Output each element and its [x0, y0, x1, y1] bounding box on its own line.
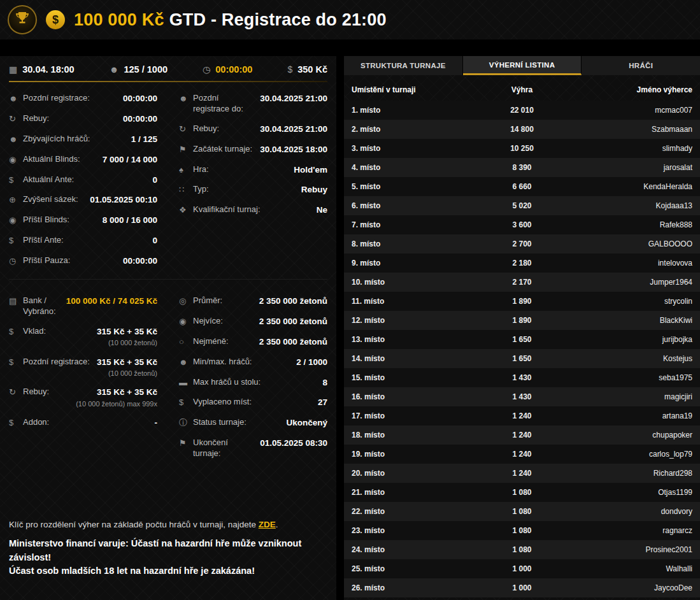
- blinds-icon: ◉: [9, 154, 23, 166]
- winner-amount: 1 890: [481, 297, 564, 306]
- stat-value: 00:00:00: [123, 255, 157, 267]
- stat-label: Ukončení turnaje:: [193, 438, 260, 459]
- winner-place: 14. místo: [352, 354, 481, 363]
- winner-row: 13. místo 1 650 jurijbojka: [344, 330, 700, 349]
- winners-table: 1. místo 22 010 mcmac007 2. místo 14 800…: [344, 101, 700, 597]
- winner-name: artana19: [564, 411, 693, 420]
- end-flag-icon: ⚑: [179, 438, 193, 449]
- site-logo[interactable]: [8, 5, 37, 34]
- info-value: 30.04. 18:00: [22, 64, 74, 75]
- winner-name: Richard298: [564, 469, 693, 478]
- stat-value: 00:00:00: [123, 93, 157, 104]
- stat-row: ☻ Pozdní registrace do: 30.04.2025 21:00: [179, 89, 327, 119]
- panel-footer: Klíč pro rozdělení výher na základě počt…: [9, 520, 327, 578]
- tab-hraci[interactable]: HRÁČI: [582, 56, 700, 75]
- rebuy-icon: ↻: [9, 387, 23, 398]
- winner-row: 25. místo 1 000 Walhalli: [344, 559, 700, 578]
- type-icon: ∷: [179, 184, 193, 196]
- stat-row: ⓘ Status turnaje: Ukončený: [179, 413, 327, 433]
- app-header: $ 100 000 KčGTD - Registrace do 21:00: [0, 0, 700, 39]
- tab-struktura-turnaje[interactable]: STRUKTURA TURNAJE: [344, 56, 463, 75]
- game-icon: ♠: [179, 164, 193, 176]
- players-icon: ☻: [9, 134, 23, 145]
- stat-note: (10 000 žetonů) max 999x: [76, 399, 157, 408]
- winner-amount: 14 800: [481, 125, 564, 134]
- winner-name: Rafek888: [564, 220, 693, 229]
- winner-amount: 6 660: [481, 182, 564, 191]
- winner-amount: 1 080: [481, 507, 564, 516]
- raise-icon: ⊕: [9, 194, 23, 206]
- winner-name: BlackKiwi: [564, 316, 693, 325]
- winner-name: jarosalat: [564, 163, 693, 172]
- winner-name: chupapoker: [564, 431, 693, 439]
- winner-row: 9. místo 2 180 intelovova: [344, 254, 700, 273]
- stat-row: ◉ Nejvíce: 2 350 000 žetonů: [179, 311, 327, 332]
- stat-value: 01.05.2025 00:10: [90, 194, 157, 206]
- tab-vyherni-listina[interactable]: VÝHERNÍ LISTINA: [463, 56, 582, 75]
- winner-amount: 1 650: [481, 335, 564, 344]
- stat-row: $ Vyplaceno míst: 27: [179, 392, 327, 413]
- winner-place: 26. místo: [352, 583, 481, 592]
- stat-row: ⚑ Ukončení turnaje: 01.05.2025 08:30: [179, 433, 327, 464]
- stat-value: Ne: [317, 204, 327, 216]
- stat-label: Aktuální Ante:: [23, 175, 152, 185]
- stat-value: 315 Kč + 35 Kč: [97, 357, 157, 368]
- winner-amount: 22 010: [481, 106, 564, 115]
- stat-row: ⊕ Zvýšení sázek: 01.05.2025 00:10: [9, 190, 157, 210]
- info-bar: ▦ 30.04. 18:00 ☻ 125 / 1000 ◷ 00:00:00 $…: [0, 56, 336, 81]
- info-item: $ 350 Kč: [287, 64, 327, 75]
- tournament-info-panel: ▦ 30.04. 18:00 ☻ 125 / 1000 ◷ 00:00:00 $…: [0, 56, 336, 600]
- stat-value: 0: [152, 235, 157, 246]
- winner-amount: 1 240: [481, 469, 564, 478]
- stat-label: Pozdní registrace do:: [193, 93, 260, 115]
- winner-name: GALBOOOO: [564, 239, 693, 248]
- winner-name: Szabmaaan: [564, 125, 693, 134]
- winner-name: Prosinec2001: [564, 545, 693, 554]
- col-header-win: Výhra: [481, 85, 564, 94]
- winner-name: KendaHeralda: [564, 182, 693, 191]
- stat-value: 2 350 000 žetonů: [259, 296, 327, 307]
- winner-row: 8. místo 2 700 GALBOOOO: [344, 234, 700, 254]
- stat-value: Rebuy: [301, 184, 327, 196]
- stat-label: Max hráčů u stolu:: [193, 377, 322, 388]
- winner-place: 9. místo: [352, 259, 481, 268]
- most-chips-icon: ◉: [179, 316, 193, 327]
- tab-label: STRUKTURA TURNAJE: [361, 62, 446, 69]
- winner-name: Otjas1199: [564, 488, 693, 497]
- winner-name: intelovova: [564, 259, 693, 268]
- stat-row: ▬ Max hráčů u stolu: 8: [179, 373, 327, 393]
- winner-amount: 1 650: [481, 354, 564, 363]
- winner-place: 22. místo: [352, 507, 481, 516]
- stat-row: ↻ Rebuy: 30.04.2025 21:00: [179, 119, 327, 139]
- winner-place: 1. místo: [352, 106, 481, 115]
- winner-row: 6. místo 5 020 Kojdaaa13: [344, 196, 700, 215]
- zde-link[interactable]: ZDE: [259, 520, 276, 529]
- winner-place: 13. místo: [352, 335, 481, 344]
- trophy-icon: [15, 11, 30, 29]
- stat-value: 30.04.2025 18:00: [260, 144, 327, 155]
- deposit-icon: $: [9, 326, 23, 338]
- stat-label: Rebuy:: [193, 124, 260, 134]
- winner-row: 23. místo 1 080 ragnarcz: [344, 521, 700, 540]
- winner-name: magicjiri: [564, 392, 693, 401]
- tab-label: HRÁČI: [629, 62, 653, 69]
- winner-row: 4. místo 8 390 jarosalat: [344, 158, 700, 177]
- stat-value: 315 Kč + 35 Kč: [97, 326, 157, 338]
- winner-name: jurijbojka: [564, 335, 693, 344]
- stat-label: Pozdní registrace:: [23, 357, 97, 368]
- winner-place: 24. místo: [352, 545, 481, 554]
- winner-name: JaycooDee: [564, 583, 693, 592]
- stat-row: ♠ Hra: Hold'em: [179, 160, 327, 180]
- stat-row: $ Vklad: 315 Kč + 35 Kč (10 000 žetonů): [9, 322, 157, 352]
- winner-place: 16. místo: [352, 392, 481, 401]
- winner-amount: 2 700: [481, 239, 564, 248]
- winner-row: 5. místo 6 660 KendaHeralda: [344, 177, 700, 196]
- stat-label: Typ:: [193, 184, 301, 195]
- warning-line-2: Účast osob mladších 18 let na hazardní h…: [9, 564, 327, 578]
- stat-label: Aktuální Blinds:: [23, 154, 103, 165]
- stat-row: ▤ Bank / Vybráno: 100 000 Kč / 74 025 Kč: [9, 291, 157, 322]
- winner-row: 26. místo 1 000 JaycooDee: [344, 578, 700, 597]
- stats-top-right-column: ☻ Pozdní registrace do: 30.04.2025 21:00…: [179, 89, 327, 220]
- stat-value: 8 000 / 16 000: [103, 215, 157, 226]
- warning-line-1: Ministerstvo financí varuje: Účastí na h…: [9, 537, 327, 565]
